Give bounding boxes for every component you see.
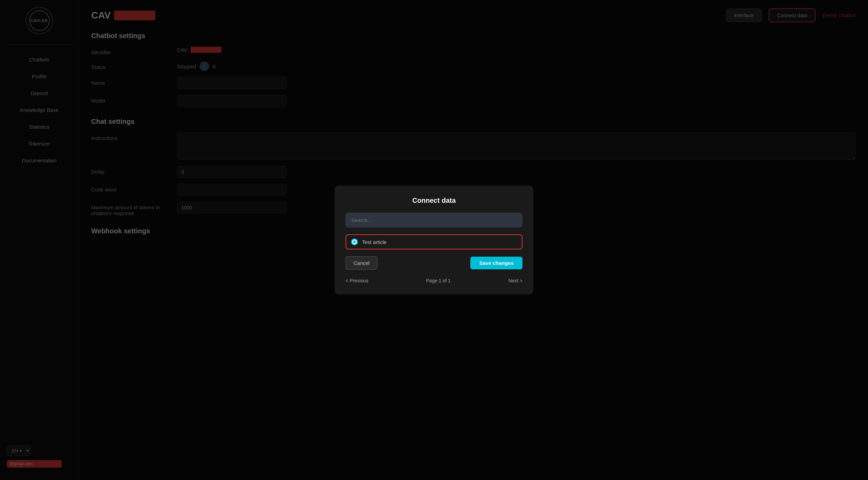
previous-button[interactable]: < Previous bbox=[346, 278, 369, 283]
modal-overlay: Connect data Test article Cancel Save ch… bbox=[0, 0, 868, 480]
save-changes-button[interactable]: Save changes bbox=[470, 257, 522, 269]
modal-actions: Cancel Save changes bbox=[346, 256, 522, 270]
cancel-button[interactable]: Cancel bbox=[346, 256, 377, 270]
modal-item-label: Test article bbox=[362, 239, 387, 245]
modal-title: Connect data bbox=[346, 197, 522, 204]
modal-item-test-article[interactable]: Test article bbox=[346, 234, 522, 249]
modal-pagination: < Previous Page 1 of 1 Next > bbox=[346, 278, 522, 283]
modal-search-input[interactable] bbox=[346, 213, 522, 227]
connect-data-modal: Connect data Test article Cancel Save ch… bbox=[335, 186, 533, 294]
radio-button[interactable] bbox=[351, 238, 358, 245]
next-button[interactable]: Next > bbox=[508, 278, 522, 283]
radio-dot-inner bbox=[353, 241, 356, 243]
pagination-info: Page 1 of 1 bbox=[426, 278, 451, 283]
